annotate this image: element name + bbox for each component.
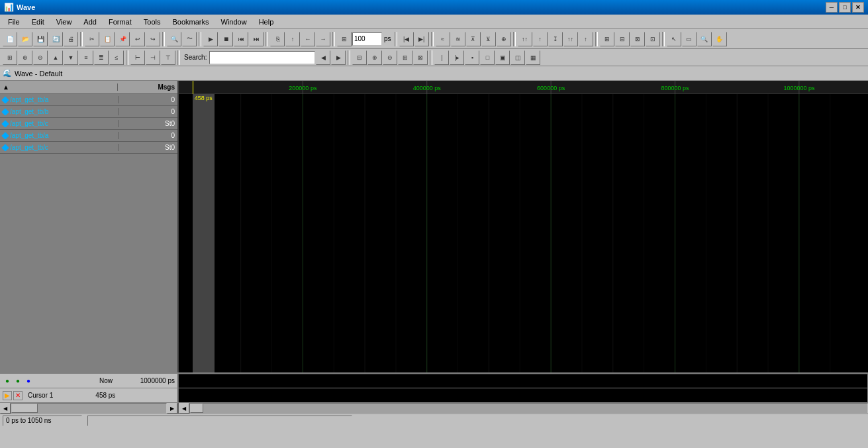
menu-format[interactable]: Format bbox=[103, 15, 137, 28]
step-button[interactable]: ⏭ bbox=[249, 32, 264, 46]
signal-row-1[interactable]: /apt_get_tb/b 0 bbox=[0, 106, 177, 118]
zoom-btn3[interactable]: ⊠ bbox=[630, 32, 645, 46]
zoom-fit-btn[interactable]: ⊟ bbox=[352, 50, 367, 65]
menu-help[interactable]: Help bbox=[254, 15, 279, 28]
scroll-left-btn[interactable]: ◀ bbox=[0, 403, 11, 414]
timeline-svg: 200000 ps 400000 ps 600000 ps 800000 ps … bbox=[179, 81, 868, 94]
scroll-left-track[interactable] bbox=[11, 403, 167, 414]
cursor-tool[interactable]: ↖ bbox=[667, 32, 681, 46]
zoom-btn4[interactable]: ⊡ bbox=[646, 32, 660, 46]
signal-btn3[interactable]: ↧ bbox=[548, 32, 563, 46]
expand-btn[interactable]: ⊕ bbox=[18, 50, 32, 65]
zoom-in-btn[interactable]: ⊕ bbox=[367, 50, 382, 65]
fmt-btn1[interactable]: ≡ bbox=[79, 50, 93, 65]
restart-button[interactable]: ⏮ bbox=[234, 32, 248, 46]
insert-btn[interactable]: ⊞ bbox=[3, 50, 17, 65]
close-button[interactable]: ✕ bbox=[852, 2, 864, 13]
maximize-button[interactable]: □ bbox=[839, 2, 851, 13]
zoom-tool[interactable]: 🔍 bbox=[697, 32, 712, 46]
refresh-button[interactable]: 🔄 bbox=[48, 32, 63, 46]
time-value-input[interactable] bbox=[352, 32, 382, 46]
signal-diamond-3 bbox=[1, 132, 9, 139]
new-button[interactable]: 📄 bbox=[3, 32, 17, 46]
wave-tool5[interactable]: ⊕ bbox=[497, 32, 511, 46]
copy-button[interactable]: 📋 bbox=[100, 32, 115, 46]
status-icons-cell: ● ● ● Now 1000000 ps bbox=[0, 374, 179, 388]
marker-btn1[interactable]: | bbox=[434, 50, 449, 65]
goto-start-button[interactable]: |◀ bbox=[399, 32, 414, 46]
signal-msgs-header: Msgs bbox=[118, 84, 177, 91]
zoom-sel-btn[interactable]: ⊞ bbox=[398, 50, 412, 65]
fmt-btn2[interactable]: ≣ bbox=[94, 50, 109, 65]
wave-scroll-left-btn[interactable]: ◀ bbox=[179, 403, 189, 414]
signal-btn1[interactable]: ↑↑ bbox=[518, 32, 532, 46]
menu-add[interactable]: Add bbox=[78, 15, 102, 28]
marker-btn2[interactable]: |▸ bbox=[450, 50, 464, 65]
find-button[interactable]: 🔍 bbox=[167, 32, 181, 46]
paste-button[interactable]: 📌 bbox=[115, 32, 130, 46]
open-button[interactable]: 📂 bbox=[18, 32, 32, 46]
search-input[interactable] bbox=[209, 51, 315, 64]
signal-row-0[interactable]: /apt_get_tb/a 0 bbox=[0, 94, 177, 106]
signal-row-4[interactable]: /apt_get_tb/c St0 bbox=[0, 142, 177, 154]
up-button[interactable]: ↑ bbox=[285, 32, 300, 46]
save-button[interactable]: 💾 bbox=[33, 32, 48, 46]
goto-end-button[interactable]: ▶| bbox=[414, 32, 429, 46]
menu-view[interactable]: View bbox=[51, 15, 77, 28]
wave-tool1[interactable]: ≈ bbox=[436, 32, 450, 46]
marker-btn5[interactable]: ▣ bbox=[495, 50, 510, 65]
zoom-btn1[interactable]: ⊞ bbox=[600, 32, 614, 46]
move-dn-btn[interactable]: ▼ bbox=[64, 50, 78, 65]
signal-btn4[interactable]: ↑↑ bbox=[563, 32, 578, 46]
wave-button[interactable]: 〜 bbox=[182, 32, 197, 46]
pan-tool[interactable]: ✋ bbox=[712, 32, 727, 46]
run-button[interactable]: ▶ bbox=[203, 32, 218, 46]
mark-btn2[interactable]: ⊣ bbox=[146, 50, 160, 65]
fmt-btn3[interactable]: ≤ bbox=[109, 50, 124, 65]
marker-btn6[interactable]: ◫ bbox=[510, 50, 525, 65]
left-button[interactable]: ← bbox=[301, 32, 315, 46]
menu-bookmarks[interactable]: Bookmarks bbox=[167, 15, 214, 28]
wave-tool3[interactable]: ⊼ bbox=[466, 32, 481, 46]
zoom-full-btn[interactable]: ⊠ bbox=[413, 50, 428, 65]
sep-fmt2 bbox=[177, 50, 180, 65]
marker-btn4[interactable]: □ bbox=[480, 50, 495, 65]
menu-file[interactable]: File bbox=[3, 15, 25, 28]
signal-row-3[interactable]: /apt_get_tb/a 0 bbox=[0, 130, 177, 142]
cursor-icons-cell: ▶ ✕ Cursor 1 458 ps bbox=[0, 388, 179, 402]
waveform-svg[interactable] bbox=[179, 94, 868, 372]
select-tool[interactable]: ▭ bbox=[682, 32, 697, 46]
marker-btn7[interactable]: ▦ bbox=[526, 50, 540, 65]
wave-scroll-track[interactable] bbox=[189, 403, 868, 414]
search-prev-btn[interactable]: ◀ bbox=[316, 50, 330, 65]
move-up-btn[interactable]: ▲ bbox=[48, 50, 63, 65]
menu-tools[interactable]: Tools bbox=[138, 15, 166, 28]
wave-tool2[interactable]: ≋ bbox=[451, 32, 465, 46]
signal-row-2[interactable]: /apt_get_tb/c St0 bbox=[0, 118, 177, 130]
snap-button[interactable]: ⊞ bbox=[337, 32, 352, 46]
marker-btn3[interactable]: ▪ bbox=[465, 50, 479, 65]
wave-tool4[interactable]: ⊻ bbox=[481, 32, 496, 46]
stop-button[interactable]: ⏹ bbox=[218, 32, 233, 46]
zoom-out-btn[interactable]: ⊖ bbox=[383, 50, 397, 65]
sort-icon[interactable]: ▲ bbox=[3, 84, 9, 91]
menu-edit[interactable]: Edit bbox=[26, 15, 50, 28]
sep-10 bbox=[662, 32, 665, 46]
undo-button[interactable]: ↩ bbox=[130, 32, 145, 46]
scroll-right-btn[interactable]: ▶ bbox=[167, 403, 177, 414]
redo-button[interactable]: ↪ bbox=[146, 32, 160, 46]
right-button[interactable]: → bbox=[316, 32, 330, 46]
waveform-area[interactable]: 200000 ps 400000 ps 600000 ps 800000 ps … bbox=[179, 81, 868, 372]
signal-btn5[interactable]: ↑ bbox=[579, 32, 593, 46]
search-next-btn[interactable]: ▶ bbox=[331, 50, 346, 65]
print-button[interactable]: 🖨 bbox=[64, 32, 78, 46]
menu-window[interactable]: Window bbox=[216, 15, 252, 28]
mark-btn1[interactable]: ⊢ bbox=[130, 50, 145, 65]
minimize-button[interactable]: ─ bbox=[826, 2, 838, 13]
mark-btn3[interactable]: ⊤ bbox=[161, 50, 175, 65]
cut-button[interactable]: ✂ bbox=[85, 32, 99, 46]
collapse-btn[interactable]: ⊖ bbox=[33, 50, 48, 65]
signal-btn2[interactable]: ↑ bbox=[533, 32, 548, 46]
copy-wave-button[interactable]: ⎘ bbox=[270, 32, 285, 46]
zoom-btn2[interactable]: ⊟ bbox=[615, 32, 630, 46]
